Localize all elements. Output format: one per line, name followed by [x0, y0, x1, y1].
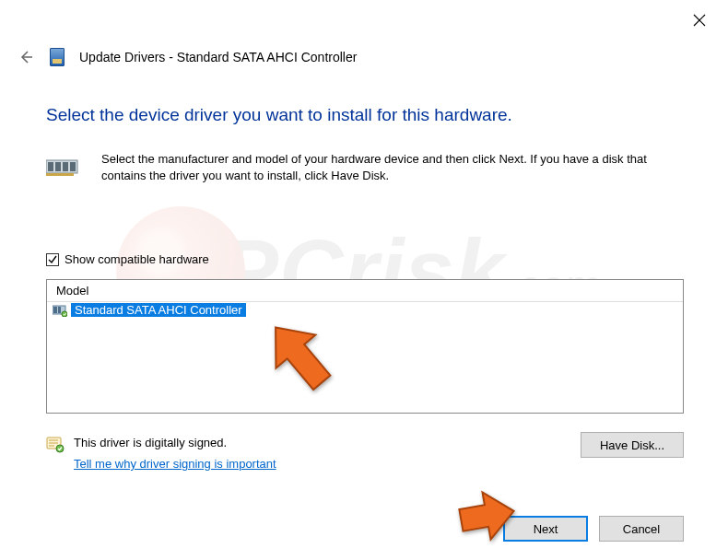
signing-info-link[interactable]: Tell me why driver signing is important: [74, 457, 276, 471]
model-column-header[interactable]: Model: [47, 280, 683, 302]
checkbox-icon[interactable]: [46, 253, 59, 266]
svg-rect-9: [58, 307, 61, 313]
svg-rect-8: [53, 307, 57, 313]
dialog-title: Update Drivers - Standard SATA AHCI Cont…: [79, 50, 357, 64]
svg-rect-2: [48, 162, 53, 171]
cancel-button[interactable]: Cancel: [599, 516, 684, 542]
have-disk-button[interactable]: Have Disk...: [581, 432, 684, 458]
pci-card-icon: [46, 155, 83, 182]
close-icon[interactable]: [684, 7, 715, 33]
svg-rect-4: [63, 162, 68, 171]
certificate-icon: [46, 436, 65, 454]
dialog-header: Update Drivers - Standard SATA AHCI Cont…: [17, 48, 711, 66]
svg-point-10: [62, 311, 67, 317]
device-chip-icon: [50, 48, 65, 66]
instruction-row: Select the manufacturer and model of you…: [46, 151, 684, 184]
list-item-label: Standard SATA AHCI Controller: [71, 303, 246, 317]
back-arrow-icon[interactable]: [17, 48, 35, 66]
svg-rect-6: [46, 173, 74, 176]
checkbox-label: Show compatible hardware: [65, 252, 209, 266]
svg-rect-3: [55, 162, 61, 171]
list-item[interactable]: Standard SATA AHCI Controller: [47, 302, 683, 318]
next-button[interactable]: Next: [503, 516, 588, 542]
update-drivers-dialog: Update Drivers - Standard SATA AHCI Cont…: [0, 0, 728, 560]
page-heading: Select the device driver you want to ins…: [46, 105, 512, 125]
model-list[interactable]: Model Standard SATA AHCI Controller: [46, 279, 684, 414]
driver-item-icon: [53, 304, 67, 317]
svg-rect-5: [70, 162, 76, 171]
signature-text: This driver is digitally signed.: [74, 436, 276, 449]
instruction-text: Select the manufacturer and model of you…: [101, 151, 684, 184]
show-compatible-checkbox[interactable]: Show compatible hardware: [46, 252, 209, 266]
